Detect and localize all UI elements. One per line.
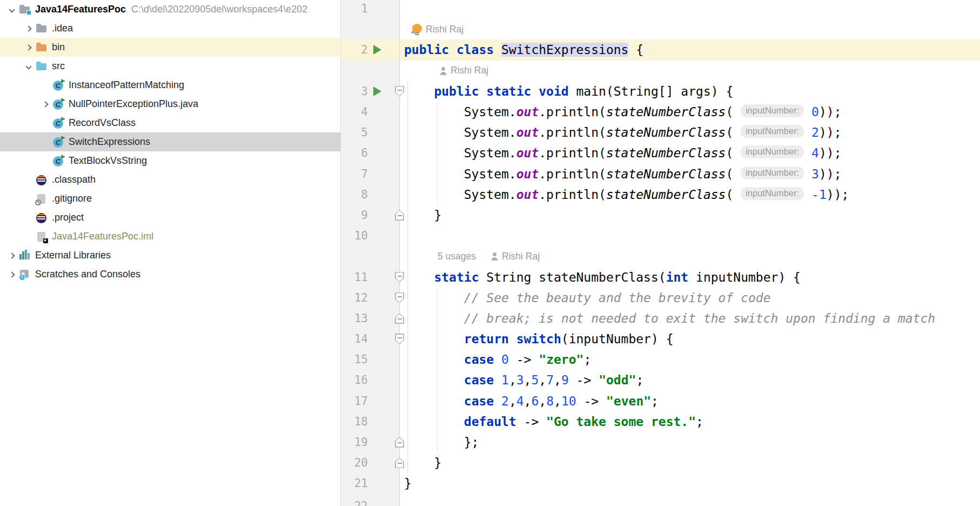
code-content[interactable]: public class SwitchExpressions { [400,39,980,60]
run-badge-icon [61,155,65,159]
code-content[interactable]: case 2,4,6,8,10 -> "even"; [400,391,980,411]
code-number: 4 [516,394,524,408]
tree-item--project[interactable]: .project [0,208,340,227]
gutter[interactable]: 15 [340,349,400,370]
chevron-right-icon[interactable] [38,95,52,114]
fold-marker-icon[interactable] [395,313,404,324]
code-content[interactable]: static String stateNumberClass(int input… [400,267,980,287]
tree-item-recordvsclass[interactable]: CRecordVsClass [0,114,340,132]
gutter[interactable]: 9 [340,205,400,225]
code-content[interactable] [400,225,980,246]
gutter[interactable]: 3 [340,81,400,102]
fold-marker-icon[interactable] [395,210,404,221]
code-content[interactable]: // See the beauty and the brevity of cod… [400,288,980,308]
gutter[interactable]: 11 [340,267,400,287]
author-annotation[interactable]: Rishi Raj [426,24,464,35]
code-content[interactable]: System.out.println(stateNumberClass( inp… [400,184,980,205]
tree-item-textblockvsstring[interactable]: CTextBlockVsString [0,151,340,170]
gutter[interactable]: 17 [340,391,400,411]
gutter[interactable] [340,246,400,267]
code-content[interactable]: System.out.println(stateNumberClass( inp… [400,122,980,143]
fold-marker-icon[interactable] [395,86,404,97]
code-content[interactable]: case 1,3,5,7,9 -> "odd"; [400,370,980,390]
fold-marker-icon[interactable] [395,457,404,468]
parameter-hint: inputNumber: [741,125,804,138]
author-annotation[interactable]: Rishi Raj [502,251,540,262]
fold-marker-icon[interactable] [395,292,404,303]
editor-line-6: 6 System.out.println(stateNumberClass( i… [340,143,980,163]
code-number: 0 [811,105,819,119]
tree-item-instanceofpatternmatching[interactable]: CInstanceofPatternMatching [0,76,340,95]
code-content[interactable]: case 0 -> "zero"; [400,349,980,370]
gutter[interactable]: 7 [340,164,400,184]
gutter[interactable]: 22 [340,494,400,506]
code-content[interactable]: return switch(inputNumber) { [400,329,980,349]
code-content[interactable]: System.out.println(stateNumberClass( inp… [400,143,980,163]
gutter[interactable] [340,61,400,81]
code-content[interactable]: System.out.println(stateNumberClass( inp… [400,164,980,184]
code-content[interactable]: }; [400,432,980,452]
editor-area: 1Rishi Raj2public class SwitchExpression… [340,0,980,506]
code-content[interactable]: default -> "Go take some rest."; [400,411,980,432]
chevron-down-icon[interactable] [5,0,19,19]
gutter[interactable]: 16 [340,370,400,390]
gutter[interactable]: 13 [340,308,400,329]
usages-annotation[interactable]: 5 usages [438,251,476,262]
line-number: 1 [341,2,368,15]
code-content[interactable]: System.out.println(stateNumberClass( inp… [400,102,980,122]
chevron-right-icon[interactable] [22,38,36,57]
gutter[interactable]: 12 [340,288,400,308]
chevron-right-icon[interactable] [5,246,19,265]
gutter[interactable]: 10 [340,225,400,246]
chevron-right-icon[interactable] [5,265,19,284]
gutter[interactable]: 1 [340,0,400,19]
run-badge-icon [61,98,65,102]
code-text: )); [819,125,842,139]
code-content[interactable]: // break; is not needed to exit the swit… [400,308,980,329]
chevron-spacer [22,170,36,189]
gutter[interactable]: 20 [340,452,400,473]
gutter[interactable]: 5 [340,122,400,143]
editor-line-12: 12 // See the beauty and the brevity of … [340,288,980,308]
tree-item-external-libraries[interactable]: External Libraries [0,246,340,265]
tree-item-scratches-and-consoles[interactable]: Scratches and Consoles [0,265,340,284]
run-button[interactable] [368,86,386,96]
code-content[interactable]: public static void main(String[] args) { [400,81,980,102]
code-number: 8 [546,394,554,408]
gutter[interactable]: 8 [340,184,400,205]
tree-item-nullpointerexceptionplus-java[interactable]: CNullPointerExceptionPlus.java [0,95,340,114]
tree-item-java14featurespoc[interactable]: Java14FeaturesPocC:\d\del\20220905del\wo… [0,0,340,19]
gutter[interactable]: 18 [340,411,400,432]
fold-marker-icon[interactable] [395,437,404,448]
tree-item-bin[interactable]: bin [0,38,340,57]
editor-line-1: 1 [340,0,980,19]
tree-item--gitignore[interactable]: .gitignore [0,189,340,208]
code-content[interactable]: } [400,473,980,494]
chevron-down-icon[interactable] [22,57,36,76]
chevron-right-icon[interactable] [22,19,36,38]
gutter[interactable]: 21 [340,473,400,494]
gutter[interactable]: 14 [340,329,400,349]
author-annotation[interactable]: Rishi Raj [451,65,488,76]
code-content[interactable]: } [400,205,980,225]
tree-item--classpath[interactable]: .classpath [0,170,340,189]
fold-marker-icon[interactable] [395,334,404,344]
tree-item-switchexpressions[interactable]: CSwitchExpressions [0,132,340,151]
tree-item-java14featurespoc-iml[interactable]: Java14FeaturesPoc.iml [0,227,340,246]
line-number: 5 [341,126,368,139]
tree-item--idea[interactable]: .idea [0,19,340,38]
gutter[interactable]: 2 [340,39,400,60]
code-content[interactable] [400,0,980,19]
editor-rows: 1Rishi Raj2public class SwitchExpression… [340,0,980,506]
chevron-spacer [38,76,52,95]
fold-marker-icon[interactable] [395,272,404,283]
intention-bulb-icon[interactable] [412,24,422,35]
tree-item-src[interactable]: src [0,57,340,76]
gutter[interactable]: 6 [340,143,400,163]
run-button[interactable] [368,45,386,55]
gutter[interactable]: 19 [340,432,400,452]
gutter[interactable] [340,19,400,39]
code-field: out [516,188,539,202]
code-content[interactable]: } [400,452,980,473]
gutter[interactable]: 4 [340,102,400,122]
